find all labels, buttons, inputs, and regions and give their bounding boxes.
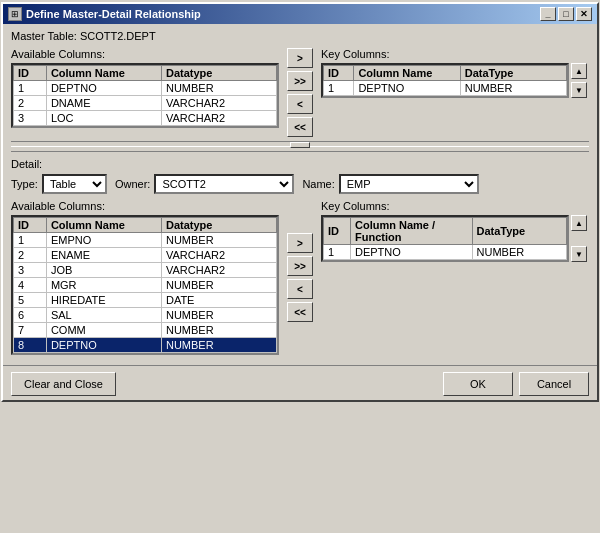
table-row[interactable]: 3LOCVARCHAR2 (14, 111, 277, 126)
master-available-panel: Available Columns: ID Column Name Dataty… (11, 48, 279, 137)
type-field-label: Type: (11, 178, 38, 190)
detail-key-dt-header: DataType (472, 218, 567, 245)
master-move-left-all-button[interactable]: << (287, 117, 313, 137)
master-key-scroll-down[interactable]: ▼ (571, 82, 587, 98)
master-label-text: Master Table: (11, 30, 77, 42)
master-key-panel: Key Columns: ID Column Name DataType (321, 48, 589, 137)
master-available-label: Available Columns: (11, 48, 279, 60)
maximize-button[interactable]: □ (558, 7, 574, 21)
table-row[interactable]: 2DNAMEVARCHAR2 (14, 96, 277, 111)
detail-key-scroll: ▲ ▼ (569, 215, 589, 262)
detail-key-panel: Key Columns: ID Column Name / Function D… (321, 200, 589, 355)
detail-arrow-buttons: > >> < << (283, 200, 317, 355)
table-row[interactable]: 6SALNUMBER (14, 308, 277, 323)
title-bar-left: ⊞ Define Master-Detail Relationship (8, 7, 201, 21)
owner-field-label: Owner: (115, 178, 150, 190)
name-field-label: Name: (302, 178, 334, 190)
table-row[interactable]: 8DEPTNONUMBER (14, 338, 277, 353)
detail-available-table: ID Column Name Datatype 1EMPNONUMBER2ENA… (13, 217, 277, 353)
master-key-scroll-up[interactable]: ▲ (571, 63, 587, 79)
detail-move-right-button[interactable]: > (287, 233, 313, 253)
detail-available-label: Available Columns: (11, 200, 279, 212)
detail-available-table-container: ID Column Name Datatype 1EMPNONUMBER2ENA… (11, 215, 279, 355)
detail-move-left-all-button[interactable]: << (287, 302, 313, 322)
detail-key-container: ID Column Name / Function DataType 1DEPT… (321, 215, 589, 262)
detail-key-scroll-down[interactable]: ▼ (571, 246, 587, 262)
type-select[interactable]: Table (42, 174, 107, 194)
detail-avail-name-header: Column Name (46, 218, 161, 233)
table-row[interactable]: 2ENAMEVARCHAR2 (14, 248, 277, 263)
master-table-name: SCOTT2.DEPT (80, 30, 156, 42)
detail-avail-id-header: ID (14, 218, 47, 233)
main-window: ⊞ Define Master-Detail Relationship _ □ … (1, 2, 599, 402)
detail-label: Detail: (11, 158, 589, 170)
detail-available-panel: Available Columns: ID Column Name Dataty… (11, 200, 279, 355)
detail-section: Detail: Type: Table Owner: SCOTT2 Name: (11, 151, 589, 355)
detail-move-left-button[interactable]: < (287, 279, 313, 299)
master-avail-dt-header: Datatype (161, 66, 276, 81)
master-key-table: ID Column Name DataType 1DEPTNONUMBER (323, 65, 567, 96)
master-available-container: ID Column Name Datatype 1DEPTNONUMBER2DN… (11, 63, 279, 128)
close-button[interactable]: ✕ (576, 7, 592, 21)
detail-columns-row: Available Columns: ID Column Name Dataty… (11, 200, 589, 355)
master-key-label: Key Columns: (321, 48, 589, 60)
cancel-button[interactable]: Cancel (519, 372, 589, 396)
master-key-name-header: Column Name (354, 66, 460, 81)
table-row[interactable]: 5HIREDATEDATE (14, 293, 277, 308)
table-row[interactable]: 3JOBVARCHAR2 (14, 263, 277, 278)
detail-header-row: Type: Table Owner: SCOTT2 Name: EMP (11, 174, 589, 194)
master-avail-name-header: Column Name (46, 66, 161, 81)
detail-key-id-header: ID (324, 218, 351, 245)
ok-button[interactable]: OK (443, 372, 513, 396)
name-select[interactable]: EMP (339, 174, 479, 194)
detail-key-name-header: Column Name / Function (351, 218, 473, 245)
table-row[interactable]: 1DEPTNONUMBER (324, 81, 567, 96)
detail-available-container: ID Column Name Datatype 1EMPNONUMBER2ENA… (11, 215, 279, 355)
type-field-group: Type: Table (11, 174, 107, 194)
minimize-button[interactable]: _ (540, 7, 556, 21)
table-row[interactable]: 1EMPNONUMBER (14, 233, 277, 248)
master-move-left-button[interactable]: < (287, 94, 313, 114)
master-key-dt-header: DataType (460, 66, 566, 81)
table-row[interactable]: 7COMMNUMBER (14, 323, 277, 338)
table-row[interactable]: 4MGRNUMBER (14, 278, 277, 293)
detail-key-table-container: ID Column Name / Function DataType 1DEPT… (321, 215, 569, 262)
master-move-right-button[interactable]: > (287, 48, 313, 68)
owner-select[interactable]: SCOTT2 (154, 174, 294, 194)
title-buttons: _ □ ✕ (540, 7, 592, 21)
table-row[interactable]: 1DEPTNONUMBER (324, 245, 567, 260)
detail-move-right-all-button[interactable]: >> (287, 256, 313, 276)
master-move-right-all-button[interactable]: >> (287, 71, 313, 91)
ok-cancel-group: OK Cancel (443, 372, 589, 396)
clear-close-button[interactable]: Clear and Close (11, 372, 116, 396)
master-avail-id-header: ID (14, 66, 47, 81)
owner-field-group: Owner: SCOTT2 (115, 174, 294, 194)
window-title: Define Master-Detail Relationship (26, 8, 201, 20)
title-bar: ⊞ Define Master-Detail Relationship _ □ … (3, 4, 597, 24)
master-key-container: ID Column Name DataType 1DEPTNONUMBER ▲ … (321, 63, 589, 98)
master-arrow-buttons: > >> < << (283, 48, 317, 137)
detail-key-scroll-up[interactable]: ▲ (571, 215, 587, 231)
table-row[interactable]: 1DEPTNONUMBER (14, 81, 277, 96)
master-key-id-header: ID (324, 66, 354, 81)
horizontal-divider (11, 141, 589, 147)
bottom-buttons-bar: Clear and Close OK Cancel (3, 365, 597, 400)
master-table-label: Master Table: SCOTT2.DEPT (11, 30, 589, 42)
master-key-scroll: ▲ ▼ (569, 63, 589, 98)
master-available-table-container: ID Column Name Datatype 1DEPTNONUMBER2DN… (11, 63, 279, 128)
detail-key-label: Key Columns: (321, 200, 589, 212)
divider-handle[interactable] (290, 142, 310, 148)
content-area: Master Table: SCOTT2.DEPT Available Colu… (3, 24, 597, 365)
detail-avail-dt-header: Datatype (161, 218, 276, 233)
master-key-table-container: ID Column Name DataType 1DEPTNONUMBER (321, 63, 569, 98)
master-columns-row: Available Columns: ID Column Name Dataty… (11, 48, 589, 137)
window-icon: ⊞ (8, 7, 22, 21)
detail-key-table: ID Column Name / Function DataType 1DEPT… (323, 217, 567, 260)
master-available-table: ID Column Name Datatype 1DEPTNONUMBER2DN… (13, 65, 277, 126)
name-field-group: Name: EMP (302, 174, 478, 194)
